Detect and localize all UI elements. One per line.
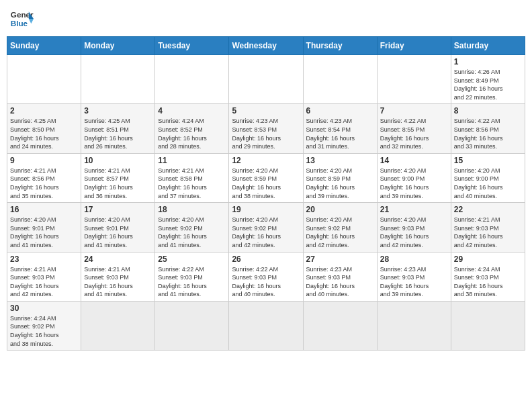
calendar-cell: 29Sunrise: 4:24 AM Sunset: 9:03 PM Dayli… [451, 252, 525, 301]
calendar-cell [377, 301, 451, 350]
day-info: Sunrise: 4:20 AM Sunset: 9:03 PM Dayligh… [380, 216, 448, 249]
logo: General Blue [9, 7, 34, 31]
day-number: 21 [380, 205, 448, 214]
calendar-cell: 1Sunrise: 4:26 AM Sunset: 8:49 PM Daylig… [451, 55, 525, 104]
day-number: 3 [84, 106, 152, 116]
day-number: 2 [10, 106, 78, 116]
day-number: 29 [454, 255, 522, 264]
calendar-cell: 23Sunrise: 4:21 AM Sunset: 9:03 PM Dayli… [7, 252, 81, 301]
day-info: Sunrise: 4:23 AM Sunset: 9:03 PM Dayligh… [380, 265, 448, 299]
day-number: 24 [84, 255, 152, 264]
day-info: Sunrise: 4:25 AM Sunset: 8:50 PM Dayligh… [10, 117, 78, 150]
day-number: 25 [158, 255, 226, 264]
day-info: Sunrise: 4:20 AM Sunset: 9:00 PM Dayligh… [454, 167, 522, 200]
day-number: 1 [454, 57, 522, 66]
calendar-cell [303, 55, 377, 104]
calendar-cell [7, 55, 81, 104]
calendar-table: Sunday Monday Tuesday Wednesday Thursday… [7, 36, 525, 351]
day-info: Sunrise: 4:21 AM Sunset: 9:03 PM Dayligh… [84, 265, 152, 299]
day-number: 5 [232, 106, 300, 116]
calendar-week-row: 30Sunrise: 4:24 AM Sunset: 9:02 PM Dayli… [7, 301, 525, 350]
calendar-cell: 7Sunrise: 4:22 AM Sunset: 8:55 PM Daylig… [377, 104, 451, 153]
day-number: 26 [232, 255, 300, 264]
calendar-cell: 12Sunrise: 4:20 AM Sunset: 8:59 PM Dayli… [229, 153, 303, 202]
calendar-cell [155, 55, 229, 104]
day-number: 11 [158, 156, 226, 165]
day-info: Sunrise: 4:20 AM Sunset: 9:01 PM Dayligh… [84, 216, 152, 249]
day-info: Sunrise: 4:24 AM Sunset: 9:03 PM Dayligh… [454, 265, 522, 299]
svg-marker-3 [29, 19, 34, 24]
header-thursday: Thursday [303, 37, 377, 55]
calendar-cell: 4Sunrise: 4:24 AM Sunset: 8:52 PM Daylig… [155, 104, 229, 153]
day-info: Sunrise: 4:22 AM Sunset: 8:56 PM Dayligh… [454, 117, 522, 150]
day-info: Sunrise: 4:20 AM Sunset: 9:01 PM Dayligh… [10, 216, 78, 249]
calendar-cell: 19Sunrise: 4:20 AM Sunset: 9:02 PM Dayli… [229, 203, 303, 252]
day-info: Sunrise: 4:20 AM Sunset: 9:02 PM Dayligh… [306, 216, 374, 249]
header-wednesday: Wednesday [229, 37, 303, 55]
calendar-cell: 15Sunrise: 4:20 AM Sunset: 9:00 PM Dayli… [451, 153, 525, 202]
calendar-cell: 20Sunrise: 4:20 AM Sunset: 9:02 PM Dayli… [303, 203, 377, 252]
day-info: Sunrise: 4:20 AM Sunset: 9:02 PM Dayligh… [232, 216, 300, 249]
svg-text:Blue: Blue [11, 19, 28, 28]
day-number: 16 [10, 205, 78, 214]
day-number: 9 [10, 156, 78, 165]
calendar-cell [303, 301, 377, 350]
calendar-cell: 8Sunrise: 4:22 AM Sunset: 8:56 PM Daylig… [451, 104, 525, 153]
calendar-cell [81, 55, 155, 104]
day-info: Sunrise: 4:20 AM Sunset: 9:00 PM Dayligh… [380, 167, 448, 200]
day-number: 13 [306, 156, 374, 165]
calendar-week-row: 2Sunrise: 4:25 AM Sunset: 8:50 PM Daylig… [7, 104, 525, 153]
day-number: 22 [454, 205, 522, 214]
day-number: 30 [10, 304, 78, 313]
day-number: 17 [84, 205, 152, 214]
header-sunday: Sunday [7, 37, 81, 55]
calendar-cell: 13Sunrise: 4:20 AM Sunset: 8:59 PM Dayli… [303, 153, 377, 202]
day-number: 19 [232, 205, 300, 214]
day-info: Sunrise: 4:20 AM Sunset: 8:59 PM Dayligh… [232, 167, 300, 200]
day-number: 18 [158, 205, 226, 214]
day-number: 15 [454, 156, 522, 165]
header-saturday: Saturday [451, 37, 525, 55]
header-tuesday: Tuesday [155, 37, 229, 55]
day-info: Sunrise: 4:21 AM Sunset: 8:58 PM Dayligh… [158, 167, 226, 200]
day-info: Sunrise: 4:21 AM Sunset: 9:03 PM Dayligh… [454, 216, 522, 249]
calendar-cell: 16Sunrise: 4:20 AM Sunset: 9:01 PM Dayli… [7, 203, 81, 252]
day-info: Sunrise: 4:20 AM Sunset: 9:02 PM Dayligh… [158, 216, 226, 249]
day-info: Sunrise: 4:21 AM Sunset: 9:03 PM Dayligh… [10, 265, 78, 299]
calendar-week-row: 23Sunrise: 4:21 AM Sunset: 9:03 PM Dayli… [7, 252, 525, 301]
calendar-cell: 27Sunrise: 4:23 AM Sunset: 9:03 PM Dayli… [303, 252, 377, 301]
calendar-cell [81, 301, 155, 350]
day-number: 28 [380, 255, 448, 264]
header-monday: Monday [81, 37, 155, 55]
calendar-cell [451, 301, 525, 350]
day-info: Sunrise: 4:21 AM Sunset: 8:57 PM Dayligh… [84, 167, 152, 200]
calendar-cell: 2Sunrise: 4:25 AM Sunset: 8:50 PM Daylig… [7, 104, 81, 153]
day-number: 8 [454, 106, 522, 116]
day-number: 4 [158, 106, 226, 116]
calendar-cell: 14Sunrise: 4:20 AM Sunset: 9:00 PM Dayli… [377, 153, 451, 202]
calendar-cell [229, 301, 303, 350]
day-info: Sunrise: 4:26 AM Sunset: 8:49 PM Dayligh… [454, 68, 522, 101]
calendar-cell: 26Sunrise: 4:22 AM Sunset: 9:03 PM Dayli… [229, 252, 303, 301]
day-info: Sunrise: 4:21 AM Sunset: 8:56 PM Dayligh… [10, 167, 78, 200]
calendar-week-row: 1Sunrise: 4:26 AM Sunset: 8:49 PM Daylig… [7, 55, 525, 104]
calendar-cell: 17Sunrise: 4:20 AM Sunset: 9:01 PM Dayli… [81, 203, 155, 252]
calendar-cell: 21Sunrise: 4:20 AM Sunset: 9:03 PM Dayli… [377, 203, 451, 252]
day-info: Sunrise: 4:22 AM Sunset: 9:03 PM Dayligh… [232, 265, 300, 299]
day-info: Sunrise: 4:20 AM Sunset: 8:59 PM Dayligh… [306, 167, 374, 200]
day-number: 20 [306, 205, 374, 214]
calendar-cell: 6Sunrise: 4:23 AM Sunset: 8:54 PM Daylig… [303, 104, 377, 153]
calendar-cell: 24Sunrise: 4:21 AM Sunset: 9:03 PM Dayli… [81, 252, 155, 301]
day-info: Sunrise: 4:23 AM Sunset: 9:03 PM Dayligh… [306, 265, 374, 299]
page-header: General Blue [7, 7, 525, 31]
day-number: 10 [84, 156, 152, 165]
day-number: 12 [232, 156, 300, 165]
logo-icon: General Blue [9, 7, 34, 31]
calendar-cell: 9Sunrise: 4:21 AM Sunset: 8:56 PM Daylig… [7, 153, 81, 202]
calendar-cell: 11Sunrise: 4:21 AM Sunset: 8:58 PM Dayli… [155, 153, 229, 202]
header-friday: Friday [377, 37, 451, 55]
day-number: 27 [306, 255, 374, 264]
day-info: Sunrise: 4:23 AM Sunset: 8:54 PM Dayligh… [306, 117, 374, 150]
calendar-cell: 18Sunrise: 4:20 AM Sunset: 9:02 PM Dayli… [155, 203, 229, 252]
calendar-cell [155, 301, 229, 350]
